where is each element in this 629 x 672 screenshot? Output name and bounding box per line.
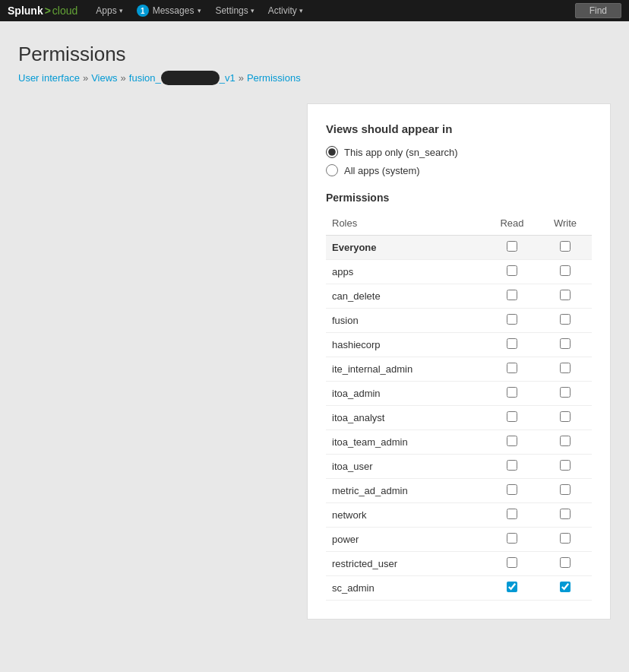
read-checkbox-12[interactable] <box>507 533 517 544</box>
read-checkbox-11[interactable] <box>507 509 517 519</box>
read-check-cell <box>485 503 539 528</box>
role-name-cell: itoa_analyst <box>326 406 485 430</box>
read-check-cell <box>485 552 539 576</box>
read-checkbox-14[interactable] <box>507 582 517 592</box>
write-checkbox-14[interactable] <box>560 582 571 592</box>
nav-messages[interactable]: 1 Messages ▾ <box>131 2 208 20</box>
role-name-cell: sc_admin <box>326 576 485 601</box>
table-row: itoa_analyst <box>326 406 592 430</box>
read-check-cell <box>485 333 539 357</box>
radio-all-apps-input[interactable] <box>326 164 338 176</box>
breadcrumb-fusion[interactable]: fusion_ _v1 <box>129 71 235 85</box>
table-row: hashiecorp <box>326 333 592 357</box>
table-header-row: Roles Read Write <box>326 213 592 236</box>
read-checkbox-10[interactable] <box>507 484 517 495</box>
write-check-cell <box>539 503 592 528</box>
role-name-cell: ite_internal_admin <box>326 357 485 382</box>
right-panel: Views should appear in This app only (sn… <box>307 103 611 620</box>
breadcrumb-permissions[interactable]: Permissions <box>247 72 301 84</box>
read-check-cell <box>485 528 539 552</box>
write-check-cell <box>539 455 592 479</box>
read-check-cell <box>485 406 539 430</box>
read-checkbox-3[interactable] <box>507 314 517 325</box>
read-checkbox-0[interactable] <box>507 241 517 252</box>
read-checkbox-7[interactable] <box>507 411 517 422</box>
role-name-cell: itoa_team_admin <box>326 430 485 455</box>
read-checkbox-9[interactable] <box>507 460 517 471</box>
table-row: metric_ad_admin <box>326 479 592 503</box>
read-checkbox-2[interactable] <box>507 290 517 300</box>
logo[interactable]: Splunk>cloud <box>8 5 77 17</box>
breadcrumb-views[interactable]: Views <box>91 72 117 84</box>
read-check-cell <box>485 430 539 455</box>
table-row: network <box>326 503 592 528</box>
page-title: Permissions <box>18 43 611 66</box>
table-row: itoa_user <box>326 455 592 479</box>
nav-apps[interactable]: Apps ▾ <box>90 2 128 19</box>
radio-group: This app only (sn_search) All apps (syst… <box>326 146 592 176</box>
role-name-cell: fusion <box>326 309 485 333</box>
breadcrumb-sep-3: » <box>239 72 244 84</box>
write-check-cell <box>539 479 592 503</box>
permissions-table: Roles Read Write Everyoneappscan_deletef… <box>326 213 592 601</box>
write-checkbox-0[interactable] <box>560 241 571 252</box>
read-checkbox-1[interactable] <box>507 265 517 276</box>
breadcrumb-sep-2: » <box>121 72 126 84</box>
nav-settings[interactable]: Settings ▾ <box>209 2 260 19</box>
role-name-cell: restricted_user <box>326 552 485 576</box>
breadcrumb-user-interface[interactable]: User interface <box>18 72 80 84</box>
topnav: Splunk>cloud Apps ▾ 1 Messages ▾ Setting… <box>0 0 629 21</box>
write-checkbox-3[interactable] <box>560 314 571 325</box>
col-header-write: Write <box>539 213 592 236</box>
write-check-cell <box>539 552 592 576</box>
table-row: itoa_admin <box>326 382 592 406</box>
read-check-cell <box>485 309 539 333</box>
read-checkbox-6[interactable] <box>507 387 517 398</box>
write-check-cell <box>539 260 592 284</box>
radio-all-apps[interactable]: All apps (system) <box>326 164 592 176</box>
read-checkbox-4[interactable] <box>507 338 517 349</box>
page-content: Permissions User interface » Views » fus… <box>0 21 629 638</box>
write-check-cell <box>539 382 592 406</box>
write-check-cell <box>539 333 592 357</box>
write-checkbox-2[interactable] <box>560 290 571 300</box>
read-checkbox-5[interactable] <box>507 363 517 373</box>
read-check-cell <box>485 479 539 503</box>
logo-splunk-text: Splunk <box>8 5 43 17</box>
role-name-cell: hashiecorp <box>326 333 485 357</box>
write-check-cell <box>539 406 592 430</box>
write-checkbox-5[interactable] <box>560 363 571 373</box>
col-header-read: Read <box>485 213 539 236</box>
read-checkbox-8[interactable] <box>507 436 517 446</box>
read-check-cell <box>485 576 539 601</box>
write-checkbox-7[interactable] <box>560 411 571 422</box>
find-button[interactable]: Find <box>575 3 621 18</box>
write-checkbox-4[interactable] <box>560 338 571 349</box>
write-checkbox-11[interactable] <box>560 509 571 519</box>
write-checkbox-9[interactable] <box>560 460 571 471</box>
write-checkbox-6[interactable] <box>560 387 571 398</box>
activity-caret-icon: ▾ <box>299 7 303 14</box>
write-checkbox-12[interactable] <box>560 533 571 544</box>
read-checkbox-13[interactable] <box>507 557 517 568</box>
logo-cloud-text: cloud <box>52 5 77 17</box>
left-panel <box>18 103 307 620</box>
write-checkbox-8[interactable] <box>560 436 571 446</box>
table-row: can_delete <box>326 284 592 309</box>
role-name-cell: itoa_user <box>326 455 485 479</box>
write-checkbox-13[interactable] <box>560 557 571 568</box>
write-checkbox-1[interactable] <box>560 265 571 276</box>
table-row: restricted_user <box>326 552 592 576</box>
role-name-cell: power <box>326 528 485 552</box>
radio-this-app[interactable]: This app only (sn_search) <box>326 146 592 158</box>
role-name-cell: apps <box>326 260 485 284</box>
read-check-cell <box>485 455 539 479</box>
write-check-cell <box>539 284 592 309</box>
write-checkbox-10[interactable] <box>560 484 571 495</box>
nav-activity[interactable]: Activity ▾ <box>262 2 309 19</box>
read-check-cell <box>485 260 539 284</box>
settings-caret-icon: ▾ <box>251 7 254 14</box>
messages-badge: 1 <box>137 5 149 17</box>
role-name-cell: metric_ad_admin <box>326 479 485 503</box>
radio-this-app-input[interactable] <box>326 146 338 158</box>
